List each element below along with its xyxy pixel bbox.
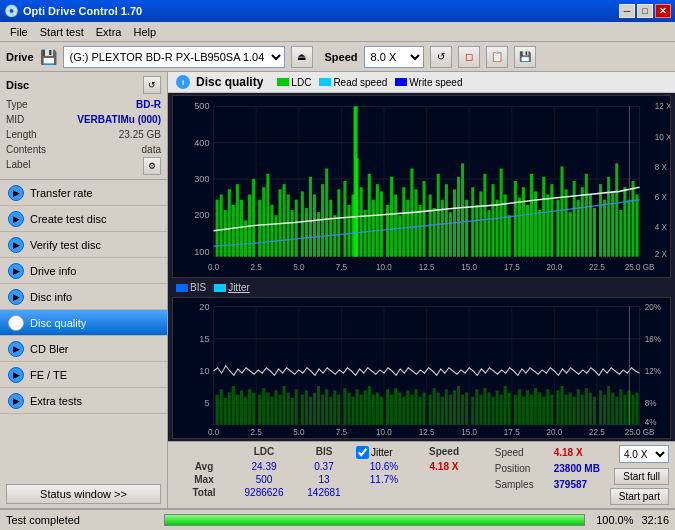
svg-rect-20	[228, 189, 231, 256]
stats-total-label: Total	[174, 486, 234, 499]
jitter-checkbox[interactable]	[356, 446, 369, 459]
status-window-button[interactable]: Status window >>	[6, 484, 161, 504]
sidebar-item-drive-info[interactable]: ▶ Drive info	[0, 258, 167, 284]
svg-rect-45	[333, 215, 336, 256]
svg-rect-110	[611, 191, 614, 256]
svg-rect-96	[550, 184, 553, 257]
cd-bler-label: CD Bler	[30, 343, 69, 355]
cd-bler-icon: ▶	[8, 341, 24, 357]
svg-rect-106	[593, 208, 596, 257]
jitter-label: Jitter	[371, 447, 393, 458]
svg-rect-70	[441, 200, 444, 257]
disc-refresh-button[interactable]: ↺	[143, 76, 161, 94]
jitter-checkbox-row: Jitter	[356, 446, 412, 459]
svg-rect-215	[457, 386, 460, 425]
menu-extra[interactable]: Extra	[90, 25, 128, 39]
menu-file[interactable]: File	[4, 25, 34, 39]
svg-rect-91	[530, 174, 533, 257]
stats-max-row: Max 500 13 11.7%	[174, 473, 485, 486]
svg-rect-198	[386, 390, 389, 425]
stats-avg-jitter: 10.6%	[354, 460, 414, 473]
disc-label-button[interactable]: ⚙	[143, 157, 161, 175]
svg-rect-40	[313, 194, 316, 256]
svg-rect-251	[611, 393, 614, 425]
menu-start-test[interactable]: Start test	[34, 25, 90, 39]
disc-section-title: Disc	[6, 79, 29, 91]
speed-selector[interactable]: 8.0 X	[364, 46, 424, 68]
svg-text:10 X: 10 X	[655, 132, 670, 141]
svg-rect-199	[390, 395, 393, 425]
menu-help[interactable]: Help	[127, 25, 162, 39]
svg-rect-34	[287, 194, 290, 256]
svg-rect-94	[542, 177, 545, 257]
close-button[interactable]: ✕	[655, 4, 671, 18]
svg-text:10: 10	[199, 365, 209, 376]
svg-rect-99	[565, 189, 568, 256]
svg-rect-74	[457, 177, 460, 257]
svg-rect-221	[483, 389, 486, 426]
svg-text:4 X: 4 X	[655, 223, 668, 232]
maximize-button[interactable]: □	[637, 4, 653, 18]
copy-button[interactable]: 📋	[486, 46, 508, 68]
svg-rect-210	[437, 393, 440, 425]
svg-rect-162	[232, 386, 235, 425]
status-bar: Test completed 100.0% 32:16	[0, 508, 675, 530]
eject-button[interactable]: ⏏	[291, 46, 313, 68]
sidebar-item-transfer-rate[interactable]: ▶ Transfer rate	[0, 180, 167, 206]
svg-rect-167	[252, 393, 255, 425]
svg-text:17.5: 17.5	[504, 263, 520, 272]
svg-rect-64	[414, 189, 417, 256]
svg-rect-77	[471, 187, 474, 256]
minimize-button[interactable]: ─	[619, 4, 635, 18]
drive-bar: Drive 💾 (G:) PLEXTOR BD-R PX-LB950SA 1.0…	[0, 42, 675, 72]
svg-rect-214	[453, 391, 456, 425]
sidebar-item-verify-test-disc[interactable]: ▶ Verify test disc	[0, 232, 167, 258]
svg-rect-163	[236, 395, 239, 425]
erase-button[interactable]: ◻	[458, 46, 480, 68]
svg-rect-56	[380, 191, 383, 256]
sidebar-item-fe-te[interactable]: ▶ FE / TE	[0, 362, 167, 388]
svg-rect-202	[402, 397, 405, 425]
drive-info-label: Drive info	[30, 265, 76, 277]
svg-text:25.0 GB: 25.0 GB	[625, 428, 655, 438]
sidebar-item-extra-tests[interactable]: ▶ Extra tests	[0, 388, 167, 414]
svg-rect-115	[631, 181, 634, 257]
sidebar-item-cd-bler[interactable]: ▶ CD Bler	[0, 336, 167, 362]
svg-rect-59	[394, 194, 397, 256]
svg-rect-166	[248, 390, 251, 425]
svg-text:2.5: 2.5	[251, 263, 263, 272]
svg-rect-182	[317, 386, 320, 425]
svg-rect-226	[504, 386, 507, 425]
svg-rect-30	[270, 205, 273, 257]
disc-mid-label: MID	[6, 112, 24, 127]
stats-avg-ldc: 24.39	[234, 460, 294, 473]
svg-rect-196	[376, 393, 379, 425]
svg-rect-235	[542, 397, 545, 425]
stats-max-speed-blank	[414, 473, 474, 486]
svg-rect-93	[538, 210, 541, 257]
test-speed-selector[interactable]: 4.0 X	[619, 445, 669, 463]
sidebar-item-create-test-disc[interactable]: ▶ Create test disc	[0, 206, 167, 232]
drive-selector[interactable]: (G:) PLEXTOR BD-R PX-LB950SA 1.04	[63, 46, 285, 68]
svg-rect-184	[325, 390, 328, 425]
verify-test-icon: ▶	[8, 237, 24, 253]
refresh-drive-button[interactable]: ↺	[430, 46, 452, 68]
svg-rect-176	[291, 398, 294, 425]
main-area: Disc ↺ Type BD-R MID VERBATIMu (000) Len…	[0, 72, 675, 508]
save-button[interactable]: 💾	[514, 46, 536, 68]
svg-text:5.0: 5.0	[293, 263, 305, 272]
svg-text:10.0: 10.0	[376, 428, 392, 438]
start-full-button[interactable]: Start full	[614, 468, 669, 485]
svg-rect-28	[262, 187, 265, 256]
svg-rect-165	[244, 397, 247, 425]
sidebar-item-disc-info[interactable]: ▶ Disc info	[0, 284, 167, 310]
svg-rect-170	[266, 393, 269, 425]
start-part-button[interactable]: Start part	[610, 488, 669, 505]
sidebar-item-disc-quality[interactable]: ▶ Disc quality	[0, 310, 167, 336]
svg-rect-79	[479, 191, 482, 256]
svg-rect-218	[471, 397, 474, 425]
stats-col-speed: Speed	[414, 445, 474, 460]
svg-rect-29	[266, 174, 269, 257]
stats-total-bis: 142681	[294, 486, 354, 499]
disc-contents-row: Contents data	[6, 142, 161, 157]
